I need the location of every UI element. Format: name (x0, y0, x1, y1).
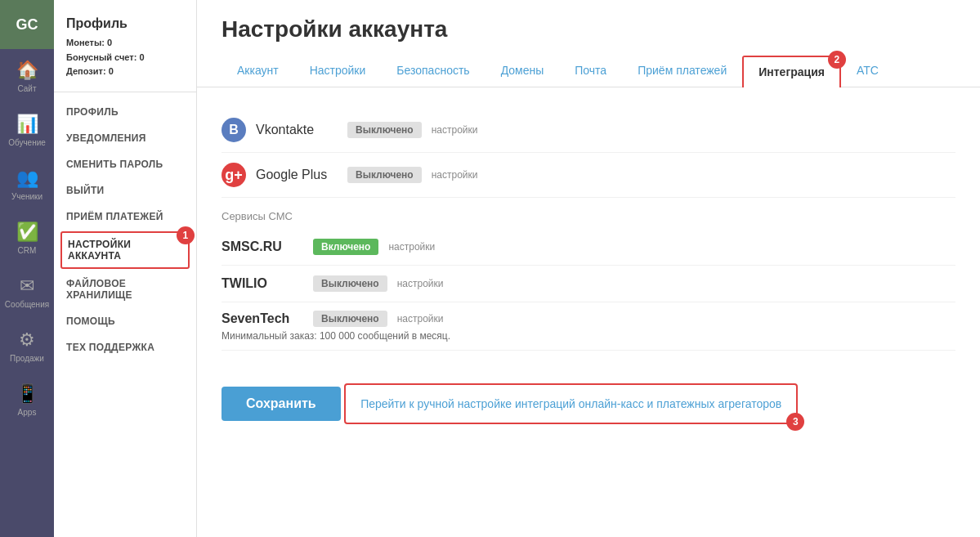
students-icon: 👥 (16, 168, 38, 189)
tab-label: Интеграция (758, 65, 825, 78)
sidebar-item-notifications[interactable]: УВЕДОМЛЕНИЯ (54, 125, 196, 151)
tab-settings[interactable]: Настройки (294, 55, 382, 87)
nav-icon-crm[interactable]: ✅ CRM (0, 211, 54, 265)
nav-icon-learning[interactable]: 📊 Обучение (0, 103, 54, 157)
tab-domains[interactable]: Домены (486, 55, 560, 87)
logo-text: GC (16, 16, 38, 34)
sidebar-item-logout[interactable]: ВЫЙТИ (54, 177, 196, 204)
sidebar-item-file-storage[interactable]: ФАЙЛОВОЕ ХРАНИЛИЩЕ (54, 271, 196, 308)
nav-icon-label: Обучение (8, 138, 46, 147)
tab-mail[interactable]: Почта (559, 55, 622, 87)
seventech-settings-link[interactable]: настройки (397, 313, 444, 324)
sidebar-profile: Профиль Монеты: 0 Бонусный счет: 0 Депоз… (54, 8, 196, 92)
seventech-item: SevenTech Выключено настройки Минимальны… (222, 302, 955, 351)
tab-integration[interactable]: Интеграция 2 (742, 56, 841, 87)
sms-section-title: Сервисы СМС (222, 198, 955, 229)
sidebar-profile-title: Профиль (66, 16, 184, 31)
bonus-value: 0 (139, 52, 144, 62)
smsc-settings-link[interactable]: настройки (388, 241, 435, 253)
sidebar-nav: ПРОФИЛЬ УВЕДОМЛЕНИЯ СМЕНИТЬ ПАРОЛЬ ВЫЙТИ… (54, 92, 196, 367)
smsc-name: SMSC.RU (222, 239, 303, 254)
apps-icon: 📱 (16, 383, 38, 405)
nav-icon-messages[interactable]: ✉ Сообщения (0, 265, 54, 319)
sidebar-item-change-password[interactable]: СМЕНИТЬ ПАРОЛЬ (54, 151, 196, 177)
crm-icon: ✅ (16, 222, 38, 243)
annotation-badge-3: 3 (786, 413, 804, 431)
main-content: Настройки аккаунта Аккаунт Настройки Без… (197, 0, 980, 537)
google-plus-status: Выключено (347, 167, 422, 183)
tab-account[interactable]: Аккаунт (222, 55, 294, 87)
nav-icon-label: Продажи (10, 354, 44, 363)
annotation-badge-2: 2 (828, 51, 846, 69)
bottom-link[interactable]: Перейти к ручной настройке интеграций он… (360, 397, 781, 410)
vkontakte-item: B Vkontakte Выключено настройки (222, 108, 955, 153)
tab-ats[interactable]: АТС (841, 55, 894, 87)
tab-security[interactable]: Безопасность (381, 55, 485, 87)
nav-icon-students[interactable]: 👥 Ученики (0, 157, 54, 211)
smsc-item: SMSC.RU Включено настройки (222, 229, 955, 266)
app-logo[interactable]: GC (0, 0, 54, 49)
twilio-item: TWILIO Выключено настройки (222, 266, 955, 302)
google-plus-name: Google Plus (256, 168, 338, 182)
nav-icon-label: CRM (18, 246, 37, 255)
sidebar-item-payments[interactable]: ПРИЁМ ПЛАТЕЖЕЙ (54, 204, 196, 230)
nav-icon-label: Apps (18, 408, 37, 417)
page-header: Настройки аккаунта Аккаунт Настройки Без… (197, 0, 980, 87)
coins-value: 0 (107, 38, 112, 47)
site-icon: 🏠 (16, 60, 38, 81)
vkontakte-logo: B (222, 118, 246, 142)
seventech-row: SevenTech Выключено настройки (222, 311, 955, 327)
sidebar-item-account-settings[interactable]: НАСТРОЙКИ АККАУНТА 1 (60, 231, 190, 269)
sidebar: Профиль Монеты: 0 Бонусный счет: 0 Депоз… (54, 0, 197, 537)
nav-icon-apps[interactable]: 📱 Apps (0, 373, 54, 427)
nav-icon-sales[interactable]: ⚙ Продажи (0, 319, 54, 373)
seventech-status: Выключено (313, 311, 387, 327)
sales-icon: ⚙ (19, 329, 35, 351)
nav-icon-label: Сообщения (5, 300, 49, 309)
twilio-status: Выключено (313, 275, 387, 292)
nav-icon-label: Ученики (11, 192, 43, 201)
google-plus-item: g+ Google Plus Выключено настройки (222, 153, 955, 198)
nav-icon-label: Сайт (17, 84, 36, 93)
google-plus-logo: g+ (222, 163, 246, 187)
tab-payments[interactable]: Приём платежей (622, 55, 742, 87)
coins-label: Монеты: (66, 38, 105, 47)
sidebar-item-tech-support[interactable]: ТЕХ ПОДДЕРЖКА (54, 334, 196, 360)
save-button[interactable]: Сохранить (222, 387, 341, 421)
smsc-status: Включено (313, 239, 378, 255)
sidebar-nav-label: НАСТРОЙКИ АККАУНТА (68, 239, 131, 262)
messages-icon: ✉ (20, 275, 34, 297)
page-title: Настройки аккаунта (222, 16, 955, 43)
bottom-link-box[interactable]: Перейти к ручной настройке интеграций он… (344, 383, 798, 424)
deposit-label: Депозит: (66, 66, 106, 76)
google-plus-settings-link[interactable]: настройки (432, 169, 478, 181)
learning-icon: 📊 (16, 114, 38, 135)
icon-bar: GC 🏠 Сайт 📊 Обучение 👥 Ученики ✅ CRM ✉ С… (0, 0, 54, 537)
bottom-link-container: Перейти к ручной настройке интеграций он… (344, 367, 798, 424)
twilio-name: TWILIO (222, 276, 303, 291)
bonus-label: Бонусный счет: (66, 52, 136, 62)
twilio-settings-link[interactable]: настройки (397, 278, 444, 289)
seventech-name: SevenTech (222, 311, 303, 326)
sidebar-item-help[interactable]: ПОМОЩЬ (54, 308, 196, 334)
content-area: B Vkontakte Выключено настройки g+ Googl… (197, 87, 980, 537)
deposit-value: 0 (109, 66, 114, 76)
annotation-badge-1: 1 (177, 226, 195, 244)
nav-icon-site[interactable]: 🏠 Сайт (0, 49, 54, 103)
tabs-bar: Аккаунт Настройки Безопасность Домены По… (222, 55, 955, 87)
sidebar-profile-info: Монеты: 0 Бонусный счет: 0 Депозит: 0 (66, 36, 184, 79)
sidebar-item-profile[interactable]: ПРОФИЛЬ (54, 99, 196, 125)
vkontakte-name: Vkontakte (256, 123, 338, 137)
seventech-note: Минимальный заказ: 100 000 сообщений в м… (222, 330, 955, 342)
vkontakte-settings-link[interactable]: настройки (432, 124, 478, 136)
vkontakte-status: Выключено (347, 122, 422, 138)
